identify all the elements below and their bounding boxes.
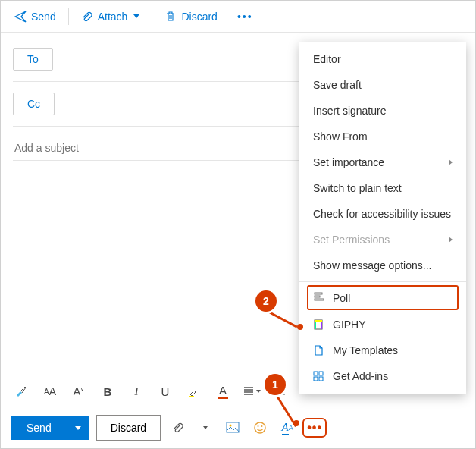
attach-label: Attach [98,11,128,23]
menu-item-label: Check for accessibility issues [313,208,451,220]
font-decrease-button[interactable]: A˅ [66,380,92,403]
format-toggle-letter: A [282,421,289,435]
discard-label: Discard [181,11,217,23]
addins-label: Get Add-ins [333,370,388,382]
callout-2-dot [297,324,303,330]
svg-rect-1 [315,296,320,297]
to-button[interactable]: To [13,48,53,71]
bold-button[interactable]: B [95,380,121,403]
menu-item-giphy[interactable]: GIPHY [299,312,466,338]
separator [152,8,152,25]
more-options-menu: EditorSave draftInsert signatureShow Fro… [299,42,466,394]
send-button[interactable]: Send [11,416,67,440]
giphy-icon [312,318,325,331]
bottom-action-bar: Send Discard AA ••• [1,407,475,448]
menu-item-label: Show From [313,130,368,143]
attach-icon [172,422,184,434]
more-icon-highlighted: ••• [302,418,327,438]
callout-1: 1 [265,374,286,395]
more-actions-top[interactable]: ••• [233,8,258,26]
attach-dropdown[interactable] [196,419,215,437]
send-dropdown-button[interactable] [67,416,89,440]
picture-icon [226,422,240,434]
menu-item-show-message-options-[interactable]: Show message options... [299,253,466,278]
insert-picture-button[interactable] [223,419,243,437]
menu-item-editor[interactable]: Editor [299,46,466,72]
menu-item-label: Switch to plain text [313,182,402,194]
send-label: Send [31,11,56,23]
font-letter-small2: ˅ [80,388,84,396]
discard-button[interactable]: Discard [96,415,161,441]
templates-icon [312,344,325,357]
attach-icon [81,11,93,23]
cc-button[interactable]: Cc [13,93,55,115]
highlighter-icon [187,385,201,398]
attach-button-bottom[interactable] [168,419,188,437]
italic-button[interactable]: I [124,380,149,403]
font-letter-big2: A [74,385,80,397]
highlight-button[interactable] [181,380,207,403]
font-increase-button[interactable]: AA [37,380,63,403]
menu-item-poll[interactable]: Poll [307,285,459,310]
callout-1-dot [293,420,299,426]
align-button[interactable] [239,380,265,403]
menu-item-label: Insert signature [313,105,387,117]
send-icon [14,11,27,23]
addins-icon [312,369,325,383]
svg-rect-0 [315,293,322,294]
send-button-top[interactable]: Send [10,8,61,26]
menu-item-insert-signature[interactable]: Insert signature [299,98,466,124]
compose-toolbar: Send Attach Discard ••• [1,1,475,33]
menu-item-show-from[interactable]: Show From [299,124,466,149]
menu-item-check-for-accessibility-issues[interactable]: Check for accessibility issues [299,201,466,227]
svg-rect-2 [315,299,324,300]
menu-item-switch-to-plain-text[interactable]: Switch to plain text [299,175,466,201]
svg-point-16 [261,425,263,427]
svg-rect-12 [227,422,239,432]
font-color-letter: A [218,384,228,399]
trash-icon [164,11,177,23]
menu-item-label: Editor [313,53,341,65]
separator [68,8,69,25]
menu-item-get-addins[interactable]: Get Add-ins [299,363,466,389]
chevron-down-icon [256,390,261,393]
more-actions-bottom[interactable]: ••• [305,419,324,437]
giphy-label: GIPHY [333,319,366,331]
menu-item-label: Show message options... [313,259,431,272]
align-icon [243,385,255,397]
chevron-right-icon [449,237,453,243]
callout-2: 2 [255,290,277,312]
svg-point-14 [255,422,265,433]
svg-rect-5 [321,322,322,329]
menu-item-save-draft[interactable]: Save draft [299,72,466,98]
emoji-button[interactable] [250,419,270,437]
svg-rect-7 [314,372,318,375]
font-letter-small: A [44,388,49,396]
callout-2-line [267,310,297,328]
poll-label: Poll [333,292,350,304]
menu-item-label: Set importance [313,156,384,168]
menu-item-my-templates[interactable]: My Templates [299,338,466,363]
more-icon: ••• [237,11,253,23]
font-color-button[interactable]: A [210,380,236,403]
chevron-down-icon [75,426,81,430]
svg-rect-9 [314,377,318,381]
menu-item-label: Set Permissions [313,234,390,246]
menu-item-set-importance[interactable]: Set importance [299,149,466,175]
underline-button[interactable]: U [152,380,178,403]
brush-icon [14,385,28,398]
emoji-icon [253,421,267,435]
format-painter-button[interactable] [8,380,34,403]
svg-rect-11 [189,396,194,397]
attach-button[interactable]: Attach [77,8,145,26]
svg-rect-6 [315,320,322,322]
chevron-right-icon [449,159,453,165]
menu-separator [299,281,466,282]
svg-rect-10 [319,377,323,381]
svg-rect-8 [319,372,323,375]
svg-point-15 [258,425,259,427]
discard-button-top[interactable]: Discard [160,8,221,26]
menu-item-set-permissions: Set Permissions [299,227,466,253]
font-letter-big: A [49,385,56,397]
poll-icon [313,290,325,305]
